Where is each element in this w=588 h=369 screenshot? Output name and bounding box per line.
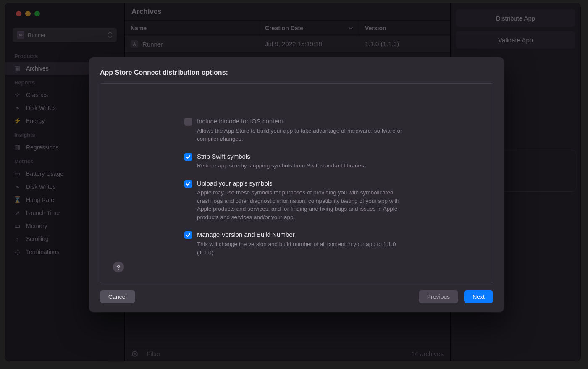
sheet-button-row: Cancel Previous Next <box>100 290 493 303</box>
organizer-window: ∞ Runner Products ▣ Archives Reports ✧ C… <box>5 3 580 361</box>
option-desc: Reduce app size by stripping symbols fro… <box>197 162 365 170</box>
next-button[interactable]: Next <box>464 290 493 303</box>
previous-button[interactable]: Previous <box>419 290 458 303</box>
option-title: Include bitcode for iOS content <box>197 117 409 126</box>
cancel-button[interactable]: Cancel <box>100 290 135 303</box>
distribution-options-sheet: App Store Connect distribution options: … <box>89 57 504 312</box>
option-title: Strip Swift symbols <box>197 152 365 161</box>
option-manage-version[interactable]: Manage Version and Build Number This wil… <box>184 230 409 256</box>
option-upload-symbols[interactable]: Upload your app's symbols Apple may use … <box>184 179 409 222</box>
option-desc: This will change the version and build n… <box>197 240 409 256</box>
next-label: Next <box>472 293 485 300</box>
cancel-label: Cancel <box>108 293 127 300</box>
help-button[interactable]: ? <box>113 262 124 272</box>
option-desc: Allows the App Store to build your app t… <box>197 127 409 143</box>
option-include-bitcode[interactable]: Include bitcode for iOS content Allows t… <box>184 117 409 143</box>
option-title: Manage Version and Build Number <box>197 230 409 239</box>
checkbox-manage-version[interactable] <box>184 231 192 239</box>
checkbox-bitcode[interactable] <box>184 118 192 126</box>
checkbox-upload-symbols[interactable] <box>184 180 192 188</box>
option-desc: Apple may use these symbols for purposes… <box>197 188 409 221</box>
option-title: Upload your app's symbols <box>197 179 409 188</box>
options-frame: Include bitcode for iOS content Allows t… <box>100 83 493 283</box>
previous-label: Previous <box>427 293 450 300</box>
sheet-title: App Store Connect distribution options: <box>100 69 493 76</box>
option-strip-swift-symbols[interactable]: Strip Swift symbols Reduce app size by s… <box>184 152 409 170</box>
checkbox-strip-swift[interactable] <box>184 153 192 161</box>
